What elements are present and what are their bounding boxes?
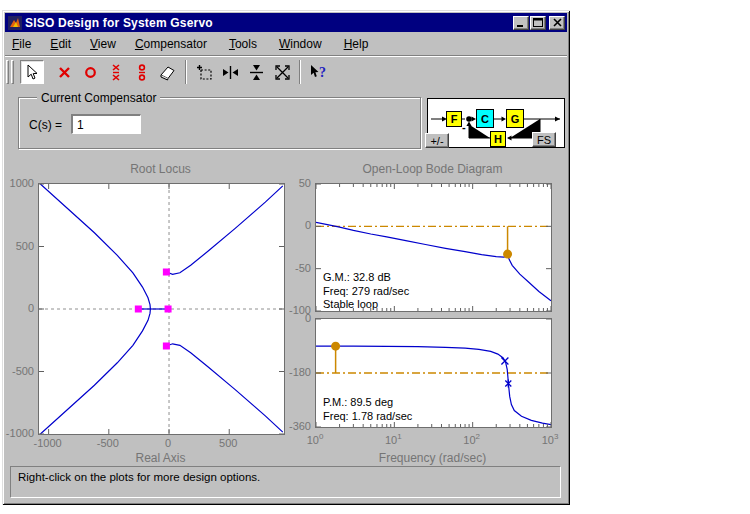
status-bar: Right-click on the plots for more design… — [10, 466, 561, 498]
siso-design-window: SISO Design for System Gservo File Edit … — [2, 10, 570, 505]
bode-title: Open-Loop Bode Diagram — [315, 162, 550, 176]
menu-help[interactable]: Help — [338, 35, 375, 53]
group-legend: Current Compensator — [37, 91, 160, 105]
red-circle-icon — [82, 64, 99, 81]
menu-compensator[interactable]: Compensator — [129, 35, 213, 53]
gain-margin-freq: Freq: 279 rad/sec — [323, 285, 409, 298]
maximize-button[interactable] — [530, 16, 546, 30]
matlab-logo-icon — [8, 16, 22, 30]
arrow-cursor-icon — [24, 64, 41, 81]
block-C[interactable]: C — [476, 109, 494, 128]
o-over-o-icon — [134, 64, 151, 81]
menubar: File Edit View Compensator Tools Window … — [6, 34, 566, 54]
close-button[interactable] — [549, 16, 565, 30]
root-locus-plot[interactable] — [38, 183, 285, 435]
phase-margin-value: P.M.: 89.5 deg — [323, 396, 393, 409]
root-locus-title: Root Locus — [38, 162, 283, 176]
zoom-x-tool[interactable] — [218, 60, 242, 84]
select-arrow-tool[interactable] — [20, 60, 44, 84]
compensator-input[interactable] — [71, 114, 141, 134]
context-help-tool[interactable]: ? — [306, 60, 330, 84]
x-over-x-icon — [108, 64, 125, 81]
window-title: SISO Design for System Gservo — [25, 16, 512, 30]
zoom-box-tool[interactable] — [192, 60, 216, 84]
red-x-icon — [56, 64, 73, 81]
zoom-box-icon — [196, 64, 213, 81]
zoom-y-tool[interactable] — [244, 60, 268, 84]
add-zero-tool[interactable] — [78, 60, 102, 84]
svg-text:?: ? — [319, 65, 326, 80]
phase-margin-freq: Freq: 1.78 rad/sec — [323, 410, 412, 423]
zoom-y-icon — [248, 64, 265, 81]
menu-view[interactable]: View — [84, 35, 122, 53]
toolbar-separator-2 — [299, 60, 301, 84]
titlebar[interactable]: SISO Design for System Gservo — [5, 13, 567, 32]
erase-pole-zero-tool[interactable] — [156, 60, 180, 84]
compensator-equation-label: C(s) = — [29, 118, 62, 132]
zoom-x-icon — [222, 64, 239, 81]
stability-status: Stable loop — [323, 298, 378, 311]
toolbar-grip-2[interactable] — [11, 60, 14, 84]
feedback-sign-button[interactable]: +/- — [425, 133, 449, 148]
gain-margin-value: G.M.: 32.8 dB — [323, 271, 391, 284]
toolbar-grip[interactable] — [6, 60, 9, 84]
minimize-button[interactable] — [513, 16, 529, 30]
help-pointer-icon: ? — [309, 64, 328, 81]
expand-arrows-icon — [274, 64, 291, 81]
menu-tools[interactable]: Tools — [223, 35, 263, 53]
menu-edit[interactable]: Edit — [44, 35, 77, 53]
add-complex-zero-pair-tool[interactable] — [130, 60, 154, 84]
fs-button[interactable]: FS — [532, 132, 556, 147]
current-compensator-group: Current Compensator C(s) = — [18, 97, 421, 149]
add-complex-pole-pair-tool[interactable] — [104, 60, 128, 84]
block-H[interactable]: H — [490, 131, 506, 147]
menubar-separator — [5, 55, 567, 57]
block-F[interactable]: F — [446, 111, 462, 127]
sum-minus-sign: - — [462, 121, 466, 133]
restore-full-view-tool[interactable] — [270, 60, 294, 84]
status-text: Right-click on the plots for more design… — [18, 471, 260, 483]
toolbar: ? — [6, 58, 566, 86]
real-axis-label: Real Axis — [38, 451, 283, 465]
toolbar-separator — [185, 60, 187, 84]
block-G[interactable]: G — [506, 109, 524, 128]
frequency-axis-label: Frequency (rad/sec) — [315, 451, 550, 465]
eraser-icon — [159, 64, 177, 81]
add-pole-tool[interactable] — [52, 60, 76, 84]
desktop: SISO Design for System Gservo File Edit … — [0, 0, 750, 514]
menu-file[interactable]: File — [6, 35, 37, 53]
menu-window[interactable]: Window — [273, 35, 328, 53]
